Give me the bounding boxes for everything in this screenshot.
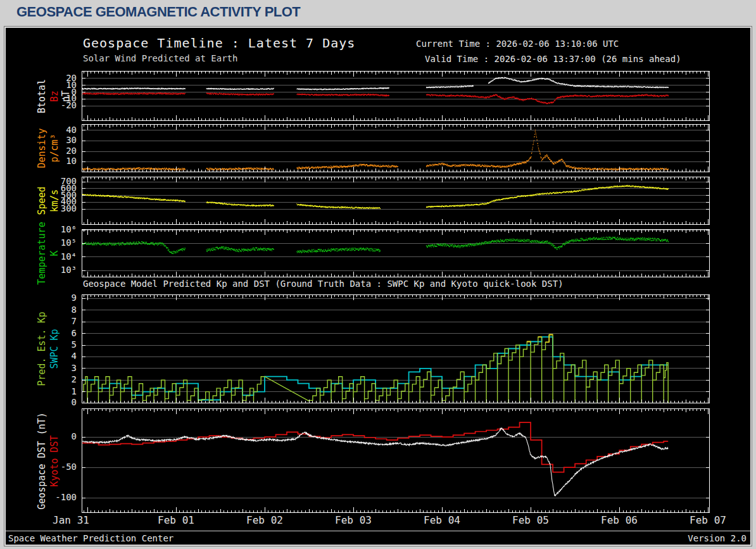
temperature-axis-label: Temperature <box>36 222 47 284</box>
temperature-plot <box>82 229 710 277</box>
kp-plot <box>82 294 710 403</box>
page-header: GEOSPACE GEOMAGNETIC ACTIVITY PLOT <box>16 4 300 23</box>
current-time: Current Time : 2026-02-06 13:10:06 UTC <box>416 39 619 49</box>
x-tick-label: Feb 03 <box>335 514 372 526</box>
density-axis-label: p/cm³ <box>49 134 60 162</box>
x-tick-label: Feb 05 <box>512 514 549 526</box>
x-tick-label: Feb 07 <box>690 514 726 526</box>
panel-kp <box>82 294 710 403</box>
density-plot <box>82 124 710 172</box>
kp-ytick-label: 2 <box>44 375 77 384</box>
kp-ytick-label: 1 <box>44 387 77 396</box>
page-title: GEOSPACE GEOMAGNETIC ACTIVITY PLOT <box>16 4 300 20</box>
panel-density <box>82 124 710 172</box>
temperature-ytick-label: 10³ <box>44 265 77 274</box>
panel-temperature <box>82 229 710 277</box>
kp-axis-label: Pred. Est. Kp <box>36 312 47 386</box>
bfield-axis-label: Btotal <box>36 79 47 113</box>
bfield-plot <box>82 71 710 121</box>
x-tick-label: Feb 02 <box>246 514 283 526</box>
page: GEOSPACE GEOMAGNETIC ACTIVITY PLOT Geosp… <box>0 0 756 549</box>
dst-plot <box>82 408 710 513</box>
plot-board: Geospace Timeline : Latest 7 Days Solar … <box>4 27 752 546</box>
kp-dst-section-title: Geospace Model Predicted Kp and DST (Gro… <box>83 279 564 289</box>
plot-title: Geospace Timeline : Latest 7 Days <box>83 35 355 51</box>
kp-axis-label: SWPC Kp <box>49 329 60 369</box>
x-tick-label: Feb 06 <box>601 514 638 526</box>
panel-speed <box>82 177 710 225</box>
density-axis-label: Density <box>36 128 47 168</box>
density-ytick-label: 40 <box>44 125 77 134</box>
kp-ytick-label: 8 <box>44 305 77 314</box>
speed-axis-label: km/s <box>49 189 60 212</box>
footer-version: Version 2.0 <box>688 533 747 543</box>
x-tick-label: Feb 01 <box>158 514 194 526</box>
bfield-ytick-label: -20 <box>44 101 77 110</box>
footer-source: Space Weather Prediction Center <box>8 533 173 543</box>
dst-axis-label: Geospace DST (nT) <box>36 412 47 510</box>
kp-ytick-label: 9 <box>44 293 77 302</box>
kp-ytick-label: 7 <box>44 317 77 325</box>
bfield-axis-label: nT <box>60 91 72 102</box>
temperature-ytick-label: 10⁶ <box>44 225 77 234</box>
panel-bfield <box>82 71 710 121</box>
temperature-axis-label: K <box>49 250 60 256</box>
x-tick-label: Feb 04 <box>424 514 460 526</box>
footer-divider <box>6 531 750 531</box>
kp-ytick-label: 0 <box>44 398 77 407</box>
dst-ytick-label: -100 <box>44 493 77 502</box>
x-tick-label: Jan 31 <box>53 514 89 526</box>
valid-time: Valid Time : 2026-02-06 13:37:00 (26 min… <box>425 54 681 64</box>
temperature-ytick-label: 10⁵ <box>44 238 77 247</box>
bfield-axis-label: Bz <box>49 91 60 102</box>
plot-subtitle: Solar Wind Predicted at Earth <box>83 53 237 63</box>
panel-dst <box>82 408 710 513</box>
speed-plot <box>82 177 710 225</box>
dst-axis-label: Kyoto DST <box>49 435 60 486</box>
speed-axis-label: Speed <box>36 186 47 215</box>
